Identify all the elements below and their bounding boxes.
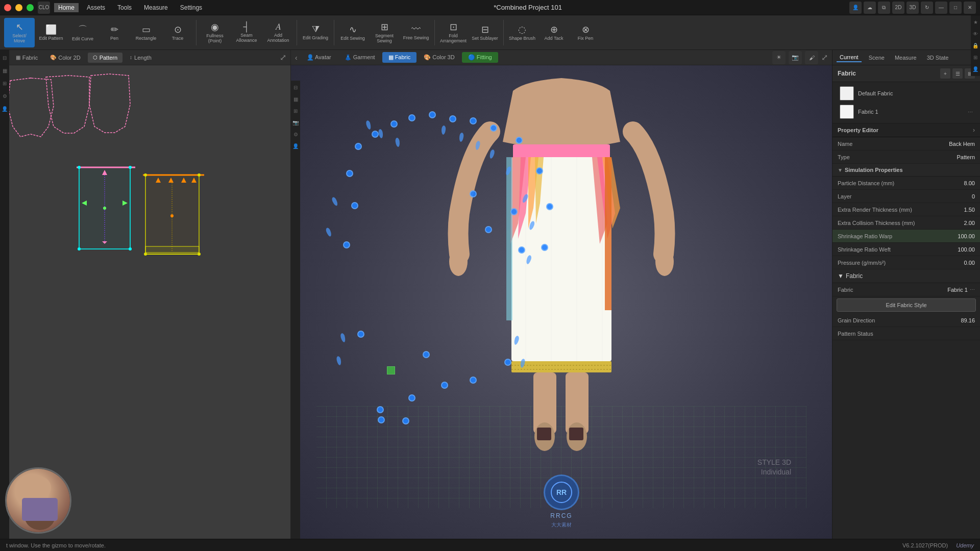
icon-arrange-r[interactable]: ⊞ xyxy=(972,54,978,61)
tool-rectangle[interactable]: ▭ Rectangle xyxy=(131,18,161,47)
tab-color-3d[interactable]: 🎨 Color 3D xyxy=(418,52,460,63)
winmax-icon[interactable]: □ xyxy=(949,2,962,14)
icon-star[interactable]: ★ xyxy=(972,18,979,26)
tool-shape-brush[interactable]: ◌ Shape Brush xyxy=(507,18,537,47)
icon-arrange[interactable]: ⊞ xyxy=(2,80,8,87)
fabric-2d-icon: ▦ xyxy=(16,55,20,60)
menu-assets[interactable]: Assets xyxy=(83,3,109,12)
rtab-3dstate[interactable]: 3D State xyxy=(924,54,952,62)
menu-tools[interactable]: Tools xyxy=(113,3,136,12)
winmin-icon[interactable]: — xyxy=(935,2,947,14)
pattern-piece-skirt-2[interactable] xyxy=(143,173,204,256)
3d-icon-layers[interactable]: ⊟ xyxy=(292,84,299,91)
menu-settings[interactable]: Settings xyxy=(176,3,206,12)
fabric-field-label: Fabric xyxy=(838,287,937,293)
tab-garment-3d[interactable]: 👗 Garment xyxy=(338,52,381,63)
tool-edit-pattern[interactable]: ⬜ Edit Pattern xyxy=(36,18,66,47)
list-view-btn[interactable]: ☰ xyxy=(952,68,963,79)
rtab-current[interactable]: Current xyxy=(837,53,862,62)
fabric-list: Default Fabric Fabric 1 ⋯ xyxy=(832,82,980,123)
sublayer-icon: ⊟ xyxy=(481,24,489,35)
rtab-measure[interactable]: Measure xyxy=(892,54,920,62)
pattern-piece-2[interactable] xyxy=(46,76,89,133)
avatar-container xyxy=(291,65,832,539)
3d-icon-camera[interactable]: 📷 xyxy=(291,119,300,127)
icon-visible[interactable]: 👁 xyxy=(972,30,979,38)
tool-trace[interactable]: ⊙ Trace xyxy=(162,18,193,47)
pattern-piece-3[interactable] xyxy=(89,74,130,133)
tab-fabric-2d[interactable]: ▦ Fabric xyxy=(11,53,43,63)
3d-toggle[interactable]: 3D xyxy=(906,2,919,14)
fit-dot-b5 xyxy=(441,382,448,389)
fullness-icon: ◉ xyxy=(211,21,219,33)
close-button[interactable] xyxy=(4,4,11,11)
prop-editor-expand[interactable]: › xyxy=(973,127,975,134)
sun-icon[interactable]: ☀ xyxy=(772,51,786,64)
fabric-3d-icon: ▦ xyxy=(388,54,394,60)
icon-settings-2d[interactable]: ⚙ xyxy=(2,92,8,100)
tab-avatar-3d[interactable]: 👤 Avatar xyxy=(301,52,337,63)
extra-collision-label: Extra Collision Thickness (mm) xyxy=(838,220,944,226)
sim-props-header[interactable]: ▼ Simulation Properties xyxy=(832,164,980,177)
tab-length[interactable]: ↕ Length xyxy=(125,53,157,63)
add-fabric-btn[interactable]: + xyxy=(940,68,950,79)
tool-edit-sewing[interactable]: ∿ Edit Sewing xyxy=(337,18,368,47)
winclose-icon[interactable]: ✕ xyxy=(964,2,976,14)
panel-2d-expand-icon[interactable]: ⤢ xyxy=(280,53,286,62)
tool-fullness[interactable]: ◉ Fullness (Point) xyxy=(200,18,230,47)
svg-rect-54 xyxy=(537,428,551,440)
tool-add-tack[interactable]: ⊕ Add Tack xyxy=(538,18,569,47)
drop-l3 xyxy=(340,333,346,342)
icon-user-2d[interactable]: 👤 xyxy=(1,105,9,113)
tool-free-sewing[interactable]: 〰 Free Sewing xyxy=(401,18,431,47)
camera-icon[interactable]: 📷 xyxy=(789,51,802,64)
tool-set-sublayer[interactable]: ⊟ Set Sublayer xyxy=(470,18,500,47)
tab-fabric-3d[interactable]: ▦ Fabric xyxy=(382,52,417,63)
refresh-icon[interactable]: ↻ xyxy=(921,2,933,14)
paint-icon[interactable]: 🖌 xyxy=(805,51,818,64)
fit-dot-8 xyxy=(510,208,518,215)
icon-lock[interactable]: 🔒 xyxy=(971,42,979,49)
tool-edit-curve[interactable]: ⌒ Edit Curve xyxy=(67,18,98,47)
fabric-1-swatch xyxy=(840,105,854,119)
tool-edit-grading[interactable]: ⧩ Edit Grading xyxy=(300,18,331,47)
minimize-button[interactable] xyxy=(15,4,22,11)
green-square xyxy=(387,366,395,374)
tab-fitting-3d[interactable]: 🔵 Fitting xyxy=(462,52,498,63)
name-label: Name xyxy=(838,141,944,147)
tool-pen[interactable]: ✏ Pen xyxy=(99,18,130,47)
tool-fold-arrangement[interactable]: ⊡ Fold Arrangement xyxy=(438,18,469,47)
edit-fabric-style-label: Edit Fabric Style xyxy=(886,302,926,308)
icon-layers[interactable]: ⊟ xyxy=(2,54,8,62)
icon-avatar-r[interactable]: 👤 xyxy=(971,65,979,73)
fabric-1-options[interactable]: ⋯ xyxy=(968,109,973,115)
maximize-button[interactable] xyxy=(27,4,34,11)
tool-add-annotation[interactable]: 𝐴 Add Annotation xyxy=(263,18,293,47)
tab-color-2d[interactable]: 🎨 Color 2D xyxy=(45,53,85,63)
fit-dot-5 xyxy=(536,167,543,174)
fabric-field-expand[interactable]: ⋯ xyxy=(970,287,975,292)
tool-seam-allowance[interactable]: ┤ Seam Allowance xyxy=(231,18,262,47)
panel-3d-collapse[interactable]: ‹ xyxy=(295,54,298,62)
tool-segment-sewing[interactable]: ⊞ Segment Sewing xyxy=(369,18,400,47)
3d-icon-settings[interactable]: ⚙ xyxy=(292,131,299,138)
icon-fabric[interactable]: ▦ xyxy=(2,67,8,74)
pattern-piece-skirt-1[interactable] xyxy=(77,166,135,251)
tool-select-move[interactable]: ↖ Select/Move xyxy=(4,18,35,47)
tab-pattern[interactable]: ⬡ Pattern xyxy=(88,53,122,63)
fabric-item-1[interactable]: Fabric 1 ⋯ xyxy=(837,103,976,121)
3d-icon-fabric[interactable]: ▦ xyxy=(292,95,299,103)
3d-icon-arrange[interactable]: ⊞ xyxy=(292,107,299,115)
tool-fix-pen[interactable]: ⊗ Fix Pen xyxy=(570,18,601,47)
3d-icon-avatar[interactable]: 👤 xyxy=(291,142,300,150)
rtab-scene[interactable]: Scene xyxy=(866,54,888,62)
menu-home[interactable]: Home xyxy=(54,3,79,12)
menu-measure[interactable]: Measure xyxy=(140,3,172,12)
toolbar: ↖ Select/Move ⬜ Edit Pattern ⌒ Edit Curv… xyxy=(0,15,980,50)
fabric-subsection-header[interactable]: ▼ Fabric xyxy=(832,269,980,283)
edit-fabric-style-button[interactable]: Edit Fabric Style xyxy=(837,298,976,312)
fabric-item-default[interactable]: Default Fabric xyxy=(837,84,976,103)
2d-toggle[interactable]: 2D xyxy=(892,2,904,14)
canvas-3d[interactable]: STYLE 3D Individual RR RRCG 大大素材 ⊟ ▦ ⊞ xyxy=(291,65,832,539)
panel-3d-expand-icon[interactable]: ⤢ xyxy=(821,53,828,62)
